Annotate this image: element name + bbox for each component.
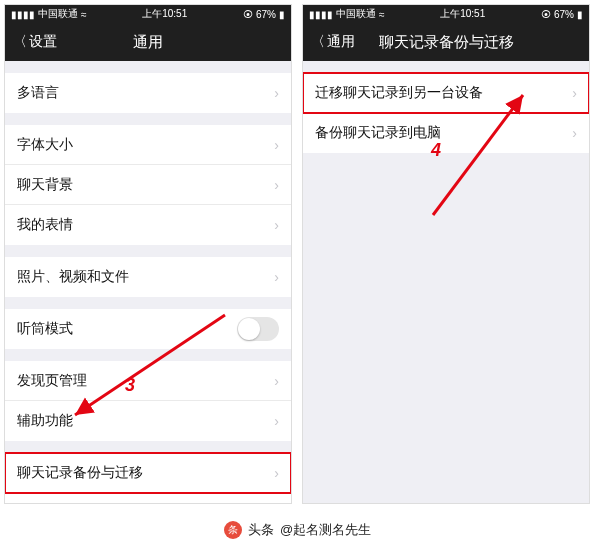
cell-earpiece-mode[interactable]: 听筒模式 xyxy=(5,309,291,349)
toggle-earpiece[interactable] xyxy=(237,317,279,341)
back-button[interactable]: 〈 通用 xyxy=(311,33,355,51)
back-label: 通用 xyxy=(327,33,355,51)
chevron-right-icon: › xyxy=(274,137,279,153)
chevron-right-icon: › xyxy=(572,85,577,101)
chevron-right-icon: › xyxy=(274,269,279,285)
cell-label: 照片、视频和文件 xyxy=(17,268,129,286)
carrier-label: 中国联通 xyxy=(336,7,376,21)
chevron-right-icon: › xyxy=(274,413,279,429)
cell-discover-manage[interactable]: 发现页管理 › xyxy=(5,361,291,401)
chevron-right-icon: › xyxy=(274,85,279,101)
wifi-icon: ≈ xyxy=(81,9,87,20)
cell-label: 我的表情 xyxy=(17,216,73,234)
annotation-number-4: 4 xyxy=(431,140,441,161)
battery-pct: 67% xyxy=(256,9,276,20)
cell-label: 备份聊天记录到电脑 xyxy=(315,124,441,142)
nav-bar: 〈 设置 通用 xyxy=(5,23,291,61)
cell-storage[interactable]: 存储空间 › xyxy=(5,493,291,503)
chevron-left-icon: 〈 xyxy=(311,33,325,51)
cell-backup-to-pc[interactable]: 备份聊天记录到电脑 › xyxy=(303,113,589,153)
cell-label: 聊天背景 xyxy=(17,176,73,194)
cell-media-files[interactable]: 照片、视频和文件 › xyxy=(5,257,291,297)
cell-multilanguage[interactable]: 多语言 › xyxy=(5,73,291,113)
cell-label: 发现页管理 xyxy=(17,372,87,390)
cell-label: 聊天记录备份与迁移 xyxy=(17,464,143,482)
status-bar: ▮▮▮▮ 中国联通 ≈ 上午10:51 ⦿ 67% ▮ xyxy=(5,5,291,23)
phone-right: ▮▮▮▮ 中国联通 ≈ 上午10:51 ⦿ 67% ▮ 〈 通用 聊天记录备份与… xyxy=(302,4,590,504)
signal-icon: ▮▮▮▮ xyxy=(309,9,333,20)
cell-label: 听筒模式 xyxy=(17,320,73,338)
chevron-right-icon: › xyxy=(572,125,577,141)
clock-label: 上午10:51 xyxy=(142,7,187,21)
signal-icon: ▮▮▮▮ xyxy=(11,9,35,20)
chevron-right-icon: › xyxy=(274,465,279,481)
cell-label: 字体大小 xyxy=(17,136,73,154)
annotation-number-3: 3 xyxy=(125,375,135,396)
nav-bar: 〈 通用 聊天记录备份与迁移 xyxy=(303,23,589,61)
chevron-right-icon: › xyxy=(274,373,279,389)
cell-label: 多语言 xyxy=(17,84,59,102)
cell-label: 迁移聊天记录到另一台设备 xyxy=(315,84,483,102)
cell-migrate-to-device[interactable]: 迁移聊天记录到另一台设备 › xyxy=(303,73,589,113)
cell-my-stickers[interactable]: 我的表情 › xyxy=(5,205,291,245)
clock-label: 上午10:51 xyxy=(440,7,485,21)
status-bar: ▮▮▮▮ 中国联通 ≈ 上午10:51 ⦿ 67% ▮ xyxy=(303,5,589,23)
footer-author: @起名测名先生 xyxy=(280,521,371,539)
battery-icon: ▮ xyxy=(279,9,285,20)
wifi-icon: ≈ xyxy=(379,9,385,20)
cell-accessibility[interactable]: 辅助功能 › xyxy=(5,401,291,441)
watermark-footer: 条 头条 @起名测名先生 xyxy=(0,521,595,539)
battery-pct: 67% xyxy=(554,9,574,20)
cell-fontsize[interactable]: 字体大小 › xyxy=(5,125,291,165)
phone-left: ▮▮▮▮ 中国联通 ≈ 上午10:51 ⦿ 67% ▮ 〈 设置 通用 多语言 xyxy=(4,4,292,504)
cell-label: 辅助功能 xyxy=(17,412,73,430)
carrier-label: 中国联通 xyxy=(38,7,78,21)
content-left: 多语言 › 字体大小 › 聊天背景 › 我的表情 › xyxy=(5,61,291,503)
back-button[interactable]: 〈 设置 xyxy=(13,33,57,51)
content-right: 迁移聊天记录到另一台设备 › 备份聊天记录到电脑 › xyxy=(303,61,589,503)
cell-chat-background[interactable]: 聊天背景 › xyxy=(5,165,291,205)
cell-chatlog-backup-migrate[interactable]: 聊天记录备份与迁移 › xyxy=(5,453,291,493)
battery-icon: ▮ xyxy=(577,9,583,20)
chevron-left-icon: 〈 xyxy=(13,33,27,51)
back-label: 设置 xyxy=(29,33,57,51)
toutiao-logo-icon: 条 xyxy=(224,521,242,539)
chevron-right-icon: › xyxy=(274,217,279,233)
footer-prefix: 头条 xyxy=(248,521,274,539)
chevron-right-icon: › xyxy=(274,177,279,193)
